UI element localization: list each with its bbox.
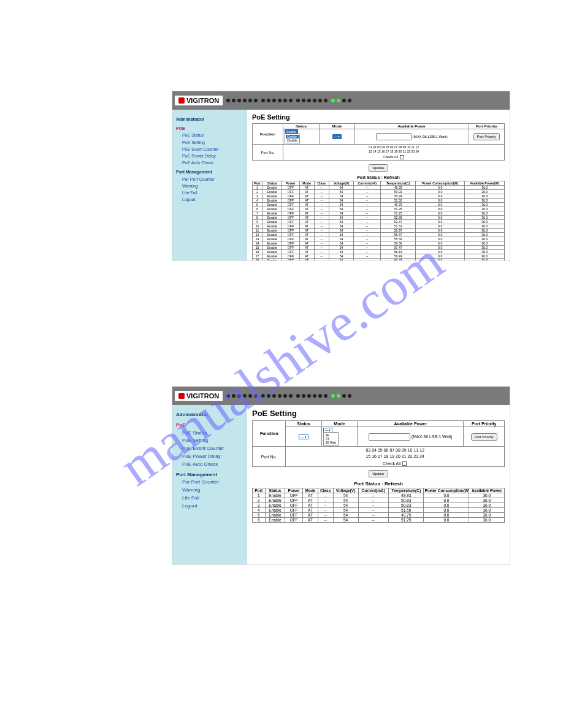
table-row: 6EnableOFFAT--54--51.250.036.0 — [253, 207, 505, 211]
col-header: Temperature(C) — [388, 488, 424, 493]
available-power-input[interactable] — [369, 433, 410, 441]
mode-dropdown-options[interactable]: AF AT 65 Watt — [323, 432, 339, 446]
table-row: 3EnableOFFAT--54--50.930.036.0 — [253, 194, 505, 199]
col-header: Status — [262, 181, 282, 186]
col-header: Class — [318, 488, 333, 493]
check-all-checkbox[interactable] — [400, 155, 404, 159]
mode-select[interactable]: --- ▾ — [332, 134, 342, 139]
col-status: Status — [286, 421, 321, 427]
port-row-2[interactable]: 13 14 15 16 17 18 19 20 21 22 23 24 — [285, 150, 503, 154]
port-status-table: PortStatusPowerModeClassVoltage(V)Curren… — [252, 181, 505, 260]
nav-per-port-counter[interactable]: Per Port Counter — [176, 176, 243, 183]
nav-poe-power-delay[interactable]: PoE Power Delay — [176, 453, 243, 461]
nav-per-port-counter[interactable]: Per Port Counter — [176, 479, 243, 487]
nav-poe-status[interactable]: PoE Status — [176, 132, 243, 138]
port-row-1[interactable]: 03 04 05 06 07 08 09 10 11 12 — [287, 447, 503, 453]
nav-administrator[interactable]: Administrator — [176, 116, 243, 123]
table-row: 14EnableOFFAT--54--56.560.036.0 — [253, 241, 505, 246]
port-status-table: PortStatusPowerModeClassVoltage(V)Curren… — [252, 488, 505, 523]
status-dropdown-options[interactable]: Enable Disable — [285, 134, 300, 143]
port-status-header: Port Status : Refresh — [252, 175, 505, 180]
nav-poe-setting[interactable]: PoE Setting — [176, 139, 243, 146]
table-row: 18EnableOFFAT--54--56.430.036.0 — [253, 259, 505, 261]
nav-lite-full[interactable]: Lite Full — [176, 189, 243, 196]
nav-administrator[interactable]: Administrator — [176, 411, 243, 419]
col-header: Temperature(C) — [381, 181, 415, 186]
main-panel: PoE Setting Function Status Mode Availab… — [247, 110, 510, 260]
available-power-note: (MAX:36 LSB:1 Watt) — [358, 427, 464, 447]
device-header: VIGITRON — [172, 387, 510, 405]
table-row: 13EnableOFFAT--54--55.560.036.0 — [253, 237, 505, 241]
nav-port-management[interactable]: Port Management — [176, 169, 243, 175]
col-available-power: Available Power — [358, 421, 464, 427]
table-row: 4EnableOFFAT--54--51.500.036.0 — [253, 199, 505, 203]
available-power-input[interactable] — [376, 133, 412, 140]
col-available-power: Available Power — [355, 124, 469, 129]
nav-poe[interactable]: PoE — [176, 422, 243, 430]
col-header: Power Consumption(W) — [424, 488, 469, 493]
table-row: 16EnableOFFAT--54--56.140.036.0 — [253, 250, 505, 254]
port-checkboxes: 03 04 05 06 07 08 09 10 11 12 15 16 17 1… — [286, 447, 505, 467]
logo-icon — [178, 97, 185, 104]
port-row-2[interactable]: 15 16 17 18 19 20 21 22 23 24 — [287, 453, 503, 460]
col-port-priority: Port Priority — [464, 421, 505, 427]
table-row: 9EnableOFFAT--54--52.470.036.0 — [253, 220, 505, 224]
nav-poe-auto-check[interactable]: PoE Auto Check — [176, 461, 243, 469]
col-header: Status — [265, 488, 285, 493]
nav-poe-status[interactable]: PoE Status — [176, 430, 243, 438]
table-row: 17EnableOFFAT--54--56.430.036.0 — [253, 254, 505, 259]
mode-select-cell: --- ▾ AF AT 65 Watt — [321, 427, 357, 447]
table-row: 5EnableOFFAT--54--49.750.036.0 — [253, 513, 505, 518]
table-row: 7EnableOFFAT--54--51.250.036.0 — [253, 211, 505, 216]
check-all-checkbox[interactable] — [402, 461, 407, 466]
nav-logout[interactable]: Logout — [176, 502, 243, 510]
nav-poe[interactable]: POE — [176, 125, 243, 132]
col-header: Mode — [303, 488, 318, 493]
table-row: 8EnableOFFAT--54--52.830.036.0 — [253, 216, 505, 220]
update-button[interactable]: Update — [369, 470, 388, 477]
table-row: 1EnableOFFAT--54--49.930.036.0 — [253, 186, 505, 190]
col-port-priority: Port Priority — [469, 124, 504, 129]
portno-label: Port No. — [253, 447, 286, 467]
port-priority-button[interactable]: Port Priority — [471, 433, 497, 441]
nav-port-management[interactable]: Port Management — [176, 471, 243, 479]
table-row: 1EnableOFFAT--54--49.930.036.0 — [253, 493, 505, 498]
nav-lite-full[interactable]: Lite Full — [176, 495, 243, 502]
screenshot-2: VIGITRON Administrator PoE PoE Status Po… — [172, 386, 510, 565]
logo-icon — [178, 393, 185, 399]
col-header: Available Power — [469, 488, 505, 493]
table-row: 5EnableOFFAT--54--49.750.036.0 — [253, 203, 505, 207]
col-header: Voltage(V) — [329, 181, 353, 186]
status-select-cell: Enable Enable Disable — [283, 129, 319, 145]
table-row: 11EnableOFFAT--54--55.370.036.0 — [253, 229, 505, 233]
nav-poe-power-delay[interactable]: PoE Power Delay — [176, 153, 243, 159]
nav-warning[interactable]: Warning — [176, 183, 243, 189]
nav-poe-auto-check[interactable]: PoE Auto Check — [176, 159, 243, 166]
nav-poe-event-counter[interactable]: PoE Event Counter — [176, 445, 243, 453]
nav-logout[interactable]: Logout — [176, 196, 243, 203]
table-row: 4EnableOFFAT--54--51.500.036.0 — [253, 508, 505, 513]
table-row: 2EnableOFFAT--54--50.930.036.0 — [253, 190, 505, 194]
status-select[interactable]: --- ▾ — [299, 434, 308, 439]
nav-poe-event-counter[interactable]: PoE Event Counter — [176, 146, 243, 153]
check-all-label: Check All — [383, 155, 398, 159]
sidebar: Administrator PoE PoE Status PoE Setting… — [172, 405, 247, 564]
update-button[interactable]: Update — [369, 164, 388, 172]
col-header: Available Power(W) — [465, 181, 505, 186]
col-mode: Mode — [321, 421, 357, 427]
col-status: Status — [283, 124, 319, 129]
port-priority-button[interactable]: Port Priority — [473, 133, 500, 140]
brand-logo: VIGITRON — [175, 391, 223, 401]
port-checkboxes: 01 02 03 04 05 06 07 08 09 10 11 12 13 1… — [283, 145, 505, 161]
col-header: Port — [253, 181, 262, 186]
col-header: Port — [253, 488, 266, 493]
function-table: Function Status Mode Available Power Por… — [252, 123, 505, 161]
screenshot-1: VIGITRON Administrator POE PoE Status Po… — [172, 91, 510, 261]
check-all-label: Check All — [383, 461, 400, 466]
col-header: Power — [285, 488, 303, 493]
port-row-1[interactable]: 01 02 03 04 05 06 07 08 09 10 11 12 — [285, 145, 503, 150]
col-mode: Mode — [319, 124, 354, 129]
nav-poe-setting[interactable]: PoE Setting — [176, 437, 243, 445]
nav-warning[interactable]: Warning — [176, 487, 243, 495]
table-row: 15EnableOFFAT--54--57.470.036.0 — [253, 246, 505, 250]
